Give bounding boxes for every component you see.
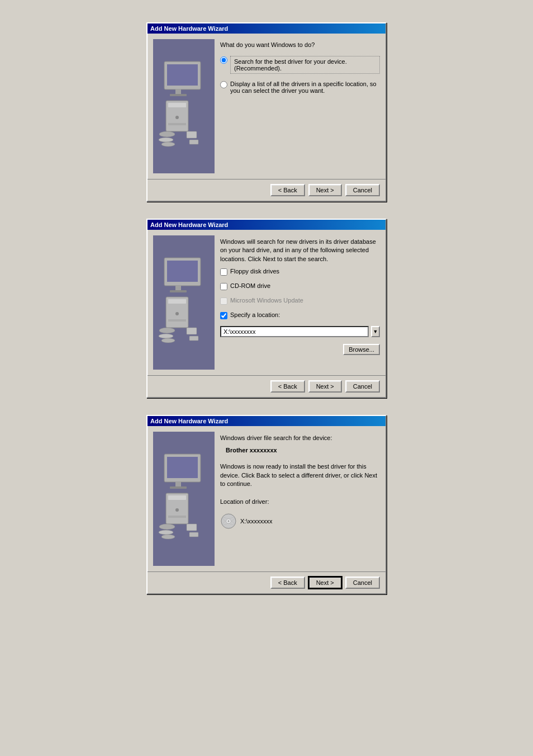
svg-rect-20 xyxy=(168,319,186,322)
wizard-3-driver-location-row: X:\xxxxxxxx xyxy=(220,513,380,530)
wizard-2-browse-button[interactable]: Browse... xyxy=(343,344,380,355)
wizard-2-title: Add New Hardware Wizard xyxy=(150,221,228,228)
wizard-3-content: Windows driver file search for the devic… xyxy=(220,432,380,566)
wizard-2-checkbox3[interactable] xyxy=(220,297,227,305)
wizard-2-description: Windows will search for new drivers in i… xyxy=(220,238,380,263)
wizard-2-checkbox1-row: Floppy disk drives xyxy=(220,268,380,276)
wizard-2-cancel-button[interactable]: Cancel xyxy=(345,380,380,393)
wizard-2-back-button[interactable]: < Back xyxy=(270,380,305,393)
wizard-1-footer: < Back Next > Cancel xyxy=(147,179,386,201)
wizard-2-dropdown-arrow[interactable]: ▼ xyxy=(371,326,380,337)
svg-rect-11 xyxy=(187,131,197,138)
wizard-window-1: Add New Hardware Wizard xyxy=(146,22,387,202)
svg-rect-29 xyxy=(170,486,187,489)
wizard-2-checkbox2-row: CD-ROM drive xyxy=(220,282,380,290)
wizard-1-radio1[interactable] xyxy=(220,56,227,64)
wizard-1-option2-row: Display a list of all the drivers in a s… xyxy=(220,81,380,94)
svg-point-41 xyxy=(227,520,230,522)
svg-rect-37 xyxy=(187,524,197,531)
wizard-2-footer: < Back Next > Cancel xyxy=(147,375,386,397)
svg-point-8 xyxy=(159,131,175,137)
wizard-3-titlebar: Add New Hardware Wizard xyxy=(147,416,386,426)
svg-point-34 xyxy=(159,524,175,530)
svg-rect-2 xyxy=(175,89,181,94)
wizard-3-next-button[interactable]: Next > xyxy=(308,577,342,589)
cd-icon xyxy=(220,513,237,530)
svg-point-9 xyxy=(159,138,173,142)
computer-icon-3 xyxy=(156,448,212,549)
svg-point-22 xyxy=(159,334,173,338)
wizard-3-header: Windows driver file search for the devic… xyxy=(220,434,380,442)
wizard-1-radio2[interactable] xyxy=(220,81,227,88)
svg-rect-1 xyxy=(167,64,198,86)
svg-rect-33 xyxy=(168,516,186,518)
wizard-3-location-label: Location of driver: xyxy=(220,498,380,506)
wizard-3-device-name: Brother xxxxxxxx xyxy=(226,447,380,453)
wizard-1-content: What do you want Windows to do? Search f… xyxy=(220,39,380,173)
svg-rect-28 xyxy=(175,482,181,486)
svg-rect-18 xyxy=(168,299,186,304)
wizard-1-option1-label: Search for the best driver for your devi… xyxy=(234,58,347,72)
computer-icon-2 xyxy=(156,252,212,353)
wizard-1-question: What do you want Windows to do? xyxy=(220,41,380,48)
wizard-2-checkbox2[interactable] xyxy=(220,283,227,290)
wizard-2-checkbox1-label: Floppy disk drives xyxy=(230,268,279,275)
svg-rect-12 xyxy=(189,140,198,144)
wizard-1-option1-row: Search for the best driver for your devi… xyxy=(220,56,380,74)
svg-point-35 xyxy=(159,530,173,535)
wizard-2-image xyxy=(153,235,215,370)
svg-point-23 xyxy=(161,338,175,343)
svg-rect-5 xyxy=(168,103,186,107)
wizard-3-location-value: X:\xxxxxxxx xyxy=(240,518,272,525)
wizard-3-description: Windows is now ready to install the best… xyxy=(220,462,380,488)
svg-rect-3 xyxy=(170,94,187,96)
wizard-1-title: Add New Hardware Wizard xyxy=(150,25,228,32)
wizard-2-next-button[interactable]: Next > xyxy=(308,380,342,393)
wizard-2-checkbox4-label: Specify a location: xyxy=(230,311,280,318)
svg-rect-14 xyxy=(167,261,198,282)
wizard-3-footer: < Back Next > Cancel xyxy=(147,571,386,593)
wizard-1-back-button[interactable]: < Back xyxy=(270,184,305,196)
svg-rect-7 xyxy=(168,123,186,125)
svg-rect-15 xyxy=(175,286,181,290)
wizard-3-body: Windows driver file search for the devic… xyxy=(147,426,386,571)
wizard-2-location-input[interactable] xyxy=(220,326,369,337)
svg-point-21 xyxy=(159,328,175,333)
wizard-2-checkbox4[interactable] xyxy=(220,312,227,319)
svg-rect-24 xyxy=(187,328,197,334)
wizard-window-3: Add New Hardware Wizard Windows driver f… xyxy=(146,415,387,594)
wizard-1-image xyxy=(153,39,215,173)
svg-point-19 xyxy=(175,312,179,315)
wizard-2-content: Windows will search for new drivers in i… xyxy=(220,235,380,370)
wizard-3-title: Add New Hardware Wizard xyxy=(150,418,228,424)
svg-point-10 xyxy=(161,142,175,147)
wizard-2-checkbox2-label: CD-ROM drive xyxy=(230,282,270,289)
wizard-2-checkbox4-row: Specify a location: xyxy=(220,311,380,319)
wizard-window-2: Add New Hardware Wizard Windows will sea… xyxy=(146,219,387,398)
wizard-3-image xyxy=(153,432,215,566)
wizard-2-checkbox3-row: Microsoft Windows Update xyxy=(220,297,380,305)
wizard-2-location-row: ▼ xyxy=(220,326,380,337)
wizard-1-option2-label: Display a list of all the drivers in a s… xyxy=(230,81,380,94)
wizard-2-checkbox3-label: Microsoft Windows Update xyxy=(230,297,303,304)
svg-point-32 xyxy=(175,508,179,512)
wizard-2-titlebar: Add New Hardware Wizard xyxy=(147,220,386,230)
svg-rect-38 xyxy=(189,532,198,537)
computer-icon xyxy=(156,56,212,157)
wizard-1-next-button[interactable]: Next > xyxy=(308,184,342,196)
svg-point-36 xyxy=(161,535,175,539)
svg-rect-16 xyxy=(170,290,187,292)
wizard-1-body: What do you want Windows to do? Search f… xyxy=(147,34,386,179)
svg-point-6 xyxy=(175,116,179,119)
wizard-3-cancel-button[interactable]: Cancel xyxy=(345,577,380,589)
wizard-3-back-button[interactable]: < Back xyxy=(270,577,305,589)
wizard-2-checkbox1[interactable] xyxy=(220,268,227,276)
wizard-2-body: Windows will search for new drivers in i… xyxy=(147,230,386,375)
svg-rect-27 xyxy=(167,457,198,478)
wizard-1-cancel-button[interactable]: Cancel xyxy=(345,184,380,196)
wizard-1-option1-box: Search for the best driver for your devi… xyxy=(230,56,380,74)
svg-rect-31 xyxy=(168,495,186,500)
svg-rect-25 xyxy=(189,336,198,341)
wizard-1-titlebar: Add New Hardware Wizard xyxy=(147,23,386,34)
